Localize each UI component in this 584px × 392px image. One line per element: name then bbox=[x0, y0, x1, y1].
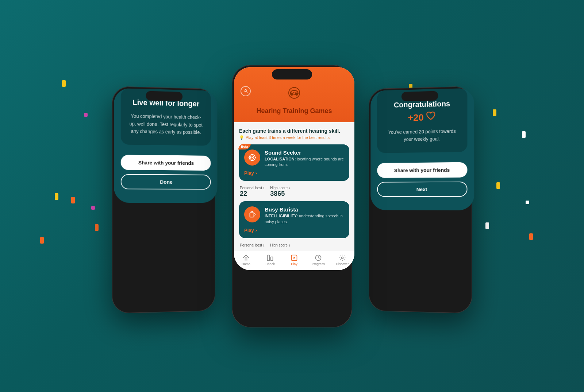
personal-best-item-2: Personal best ℹ bbox=[240, 243, 264, 247]
confetti-dot bbox=[529, 233, 533, 240]
phone-center-screen: Hearing Training Games Each game trains … bbox=[234, 67, 354, 271]
nav-home-label: Home bbox=[242, 262, 250, 266]
personal-best-label: Personal best ℹ bbox=[240, 186, 264, 190]
confetti-dot bbox=[62, 80, 66, 87]
busy-barista-scores: Personal best ℹ High score ℹ bbox=[239, 241, 349, 249]
confetti-dot bbox=[55, 193, 58, 200]
discover-icon bbox=[339, 254, 346, 261]
info-icon-3: ℹ bbox=[263, 244, 264, 247]
high-score-item: High score ℹ 3865 bbox=[270, 186, 290, 198]
bottom-nav: Home Check Play Progress Discover bbox=[234, 251, 354, 270]
svg-point-4 bbox=[293, 92, 294, 93]
points-value: +20 bbox=[408, 112, 423, 123]
right-body: You've earned 20 points towards your wee… bbox=[385, 127, 459, 143]
busy-barista-desc-label: INTELLIGIBILITY: bbox=[265, 214, 298, 218]
sound-seeker-play[interactable]: Play › bbox=[244, 170, 344, 176]
phone-left-screen: Live well for longer You completed your … bbox=[114, 88, 217, 202]
nav-play[interactable]: Play bbox=[282, 254, 306, 266]
confetti-dot bbox=[496, 182, 500, 189]
sound-seeker-scores: Personal best ℹ 22 High score ℹ 3865 bbox=[239, 184, 349, 200]
personal-best-value: 22 bbox=[240, 190, 264, 198]
sound-seeker-name: Sound Seeker bbox=[265, 150, 344, 156]
busy-barista-icon bbox=[244, 206, 260, 222]
nav-home[interactable]: Home bbox=[234, 254, 258, 266]
lightbulb-icon: 💡 bbox=[239, 135, 244, 140]
svg-rect-14 bbox=[268, 255, 270, 261]
info-icon-1: ℹ bbox=[263, 186, 264, 190]
confetti-dot bbox=[493, 109, 496, 116]
sound-seeker-desc: LOCALISATION: locating where sounds are … bbox=[265, 156, 344, 168]
phone-left: Live well for longer You completed your … bbox=[112, 86, 215, 313]
busy-barista-info: Busy Barista INTELLIGIBILITY: understand… bbox=[265, 206, 344, 225]
center-tip: 💡 Play at least 3 times a week for the b… bbox=[239, 135, 349, 140]
phone-right: Congratulations +20 You've earned 20 poi… bbox=[369, 86, 472, 313]
left-done-button[interactable]: Done bbox=[121, 174, 211, 189]
sound-seeker-info: Sound Seeker LOCALISATION: locating wher… bbox=[265, 150, 344, 168]
phones-container: Live well for longer You completed your … bbox=[108, 65, 476, 327]
svg-point-0 bbox=[245, 89, 247, 91]
personal-best-item: Personal best ℹ 22 bbox=[240, 186, 264, 198]
nav-play-label: Play bbox=[291, 262, 297, 266]
home-icon bbox=[242, 254, 250, 261]
game-card-sound-seeker: Beta bbox=[239, 144, 349, 181]
nav-progress[interactable]: Progress bbox=[306, 254, 330, 266]
svg-point-5 bbox=[295, 92, 296, 93]
progress-icon bbox=[315, 254, 322, 261]
check-icon bbox=[266, 254, 274, 261]
svg-point-19 bbox=[342, 257, 343, 259]
nav-check-label: Check bbox=[265, 262, 275, 266]
svg-marker-17 bbox=[293, 257, 295, 259]
high-score-value: 3865 bbox=[270, 190, 290, 198]
info-icon-2: ℹ bbox=[289, 186, 290, 190]
confetti-dot bbox=[71, 197, 75, 203]
game-card-busy-barista: Busy Barista INTELLIGIBILITY: understand… bbox=[239, 201, 349, 238]
game-card-header-2: Busy Barista INTELLIGIBILITY: understand… bbox=[244, 206, 344, 225]
beta-badge: Beta bbox=[238, 144, 251, 150]
confetti-dot bbox=[526, 201, 529, 204]
nav-progress-label: Progress bbox=[312, 262, 325, 266]
phone-center: Hearing Training Games Each game trains … bbox=[232, 65, 352, 327]
sound-seeker-icon bbox=[244, 150, 260, 166]
phone-left-notch bbox=[146, 91, 182, 101]
center-header-title: Hearing Training Games bbox=[256, 107, 332, 115]
confetti-dot bbox=[84, 113, 88, 117]
right-next-button[interactable]: Next bbox=[377, 181, 467, 197]
left-share-button[interactable]: Share with your friends bbox=[121, 154, 211, 170]
info-icon-4: ℹ bbox=[289, 244, 290, 247]
personal-best-label-2: Personal best ℹ bbox=[240, 243, 264, 247]
confetti-dot bbox=[522, 131, 526, 138]
heart-icon bbox=[426, 111, 436, 123]
confetti-dot bbox=[40, 237, 44, 244]
nav-check[interactable]: Check bbox=[258, 254, 282, 266]
nav-discover-label: Discover bbox=[336, 262, 349, 266]
confetti-dot bbox=[91, 206, 95, 210]
confetti-dot bbox=[95, 224, 99, 231]
svg-rect-13 bbox=[250, 213, 254, 217]
play-chevron-icon-2: › bbox=[256, 228, 257, 233]
phone-right-screen: Congratulations +20 You've earned 20 poi… bbox=[370, 88, 474, 210]
sound-seeker-desc-label: LOCALISATION: bbox=[265, 157, 296, 161]
user-icon[interactable] bbox=[241, 86, 251, 96]
headphone-icon bbox=[285, 86, 303, 106]
svg-rect-15 bbox=[271, 257, 273, 261]
play-chevron-icon: › bbox=[256, 170, 257, 176]
svg-point-8 bbox=[252, 157, 253, 158]
nav-discover[interactable]: Discover bbox=[330, 254, 354, 266]
busy-barista-desc: INTELLIGIBILITY: understanding speech in… bbox=[265, 213, 344, 225]
center-subtitle: Each game trains a different hearing ski… bbox=[239, 128, 349, 134]
center-body: Each game trains a different hearing ski… bbox=[234, 122, 354, 251]
play-icon bbox=[291, 254, 298, 261]
phone-center-notch bbox=[272, 69, 312, 79]
busy-barista-play[interactable]: Play › bbox=[244, 228, 344, 233]
high-score-label: High score ℹ bbox=[270, 186, 290, 190]
confetti-dot bbox=[485, 222, 489, 229]
high-score-item-2: High score ℹ bbox=[270, 243, 290, 247]
busy-barista-name: Busy Barista bbox=[265, 206, 344, 213]
right-share-button[interactable]: Share with your friends bbox=[377, 162, 467, 178]
right-points-row: +20 bbox=[385, 110, 459, 124]
high-score-label-2: High score ℹ bbox=[270, 243, 290, 247]
left-body: You completed your health check-up, well… bbox=[129, 112, 203, 136]
game-card-header-1: Sound Seeker LOCALISATION: locating wher… bbox=[244, 150, 344, 168]
phone-right-notch bbox=[402, 91, 438, 101]
